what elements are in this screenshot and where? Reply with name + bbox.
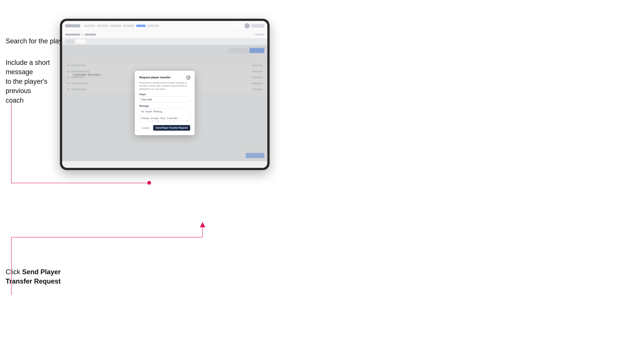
arrow-horizontal-click	[11, 237, 202, 237]
message-textarea[interactable]: Hi Coach McHarg, Please accept this tran…	[139, 108, 190, 121]
cancel-button[interactable]: Cancel	[140, 125, 152, 131]
arrow-up-click	[200, 222, 205, 227]
dialog-title: Request player transfer	[139, 76, 171, 79]
sub-header	[62, 31, 267, 38]
dialog-description: If the player is transferring from anoth…	[139, 81, 190, 91]
arrow-up-line-click	[202, 227, 202, 237]
request-transfer-dialog: Request player transfer ✕ If the player …	[135, 71, 195, 135]
send-transfer-request-button[interactable]: Send Player Transfer Request	[153, 125, 190, 131]
tablet-screen: Update Roster	[62, 21, 267, 168]
message-field-label: Message	[139, 105, 190, 107]
player-field-label: Player	[139, 93, 190, 96]
dialog-overlay: Request player transfer ✕ If the player …	[62, 45, 267, 161]
player-input[interactable]	[139, 97, 190, 102]
dialog-close-button[interactable]: ✕	[186, 75, 190, 79]
arrow-vertical-click	[11, 237, 12, 295]
dialog-footer: Cancel Send Player Transfer Request	[139, 125, 190, 131]
app-logo	[65, 24, 80, 27]
page-content-background: Update Roster	[62, 45, 267, 161]
dialog-header: Request player transfer ✕	[139, 75, 190, 79]
annotation-message: Include a short message to the player's …	[6, 58, 69, 105]
annotation-click: Click Send Player Transfer Request	[6, 267, 69, 286]
arrow-dot-search	[147, 181, 151, 185]
tablet-device: Update Roster	[60, 19, 270, 170]
tab-bar	[62, 38, 267, 45]
arrow-horizontal-search	[11, 183, 150, 183]
app-header	[62, 21, 267, 31]
arrow-vertical-search	[11, 103, 12, 183]
